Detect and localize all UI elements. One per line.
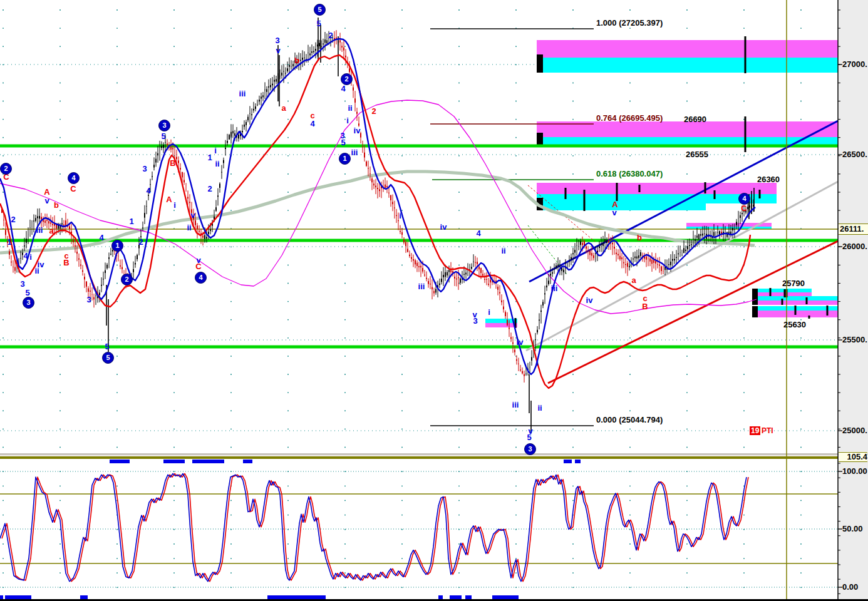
osc-axis-label-0: 0.00	[842, 583, 858, 591]
wave-label-blue: iv	[440, 223, 447, 231]
y-axis-label-25500: 25500.	[842, 336, 867, 344]
wave-label-blue: v	[190, 211, 195, 219]
wave-label-blue: 3	[142, 165, 147, 173]
osc-axis-label-50: 50.00	[842, 525, 863, 533]
wave-label-red: A	[166, 195, 172, 203]
wave-label-blue: 4	[23, 252, 28, 260]
zone-price-26360: 26360	[757, 175, 780, 183]
wave-label-blue: i	[29, 253, 32, 261]
wave-label-blue: 1	[7, 238, 11, 246]
wave-label-blue: iii	[36, 226, 43, 234]
wave-label-blue: ii	[348, 104, 352, 112]
y-axis-label-26000: 26000.	[842, 242, 867, 250]
wave-label-blue: 2	[328, 31, 333, 39]
zone-price-25790: 25790	[782, 279, 805, 287]
wave-label-blue: 5	[527, 433, 531, 441]
osc-top-band	[0, 456, 838, 459]
wave-label-blue: 5	[161, 132, 165, 140]
zone-price-26555: 26555	[686, 150, 708, 158]
chart-canvas[interactable]	[0, 0, 868, 601]
wave-label-circled: 1	[339, 153, 351, 165]
wave-label-blue: v	[276, 46, 280, 54]
wave-label-blue: ii	[187, 223, 191, 232]
wave-label-blue: iii	[351, 148, 358, 157]
wave-label-blue: iii	[239, 90, 246, 98]
wave-label-blue: 4	[476, 229, 480, 237]
wave-label-blue: 4	[310, 120, 314, 128]
wave-label-circled: 3	[158, 120, 170, 131]
price-axis-panel	[838, 0, 868, 601]
wave-label-red: a	[631, 276, 636, 284]
wave-label-red: b	[294, 56, 299, 64]
zone-price-25630: 25630	[783, 321, 806, 329]
fib-label-1000: 1.000 (27205.397)	[596, 19, 663, 27]
wave-label-blue: ii	[34, 267, 39, 275]
pti-value-badge: 19	[750, 426, 760, 435]
wave-label-blue: i	[214, 146, 217, 155]
fib-label-0618: 0.618 (26380.047)	[596, 170, 663, 178]
wave-label-red: B	[170, 159, 175, 167]
wave-label-circled: 3	[524, 443, 536, 455]
wave-label-red: B	[642, 302, 648, 311]
wave-label-blue: 4	[146, 187, 150, 195]
wave-label-blue: 2	[207, 185, 212, 193]
wave-label-blue: 1	[207, 153, 212, 162]
wave-label-red: 2	[371, 107, 376, 115]
wave-label-red: C	[70, 185, 76, 193]
wave-label-blue: 5	[316, 19, 321, 28]
wave-label-circled: 4	[195, 272, 207, 284]
wave-label-circled: 4	[738, 193, 750, 205]
wave-label-red: a	[49, 227, 53, 235]
wave-label-circled: 2	[341, 73, 353, 85]
wave-label-blue: 4	[341, 85, 345, 93]
wave-label-blue: 3	[473, 317, 477, 325]
wave-label-blue: 3	[20, 280, 24, 288]
wave-label-circled: 3	[23, 297, 34, 309]
chart-window: 523viii4iiiiv35iii214iivii35viii14235345…	[0, 0, 868, 601]
wave-label-circled: 5	[314, 4, 326, 16]
current-price-box: 26111.	[839, 223, 868, 235]
wave-label-blue: 2	[11, 215, 15, 223]
wave-label-blue: ii	[215, 160, 219, 168]
wave-label-blue: 4	[99, 234, 103, 242]
wave-label-blue: iii	[512, 401, 519, 409]
wave-label-circled: 4	[68, 172, 80, 184]
y-axis-label-27000: 27000.	[842, 60, 867, 68]
wave-label-red: C	[741, 204, 747, 212]
wave-label-blue: iii	[551, 284, 558, 292]
wave-label-red: c	[310, 111, 314, 120]
wave-label-circled: 5	[102, 352, 114, 364]
wave-label-blue: i	[536, 359, 539, 367]
osc-axis-label-100: 100.00	[842, 467, 867, 475]
y-axis-label-26500: 26500.	[842, 150, 867, 158]
wave-label-blue: iii	[418, 282, 425, 290]
wave-label-blue: v	[612, 208, 616, 217]
wave-label-red: a	[281, 104, 286, 112]
wave-label-blue: ii	[501, 247, 505, 255]
wave-label-blue: i	[488, 308, 490, 316]
wave-label-red: C	[195, 262, 201, 270]
osc-value-box: 105.4	[839, 452, 867, 462]
wave-label-blue: iv	[586, 296, 593, 304]
wave-label-blue: 3	[86, 295, 91, 304]
pti-label: PTI	[762, 427, 773, 434]
wave-label-blue: 3	[275, 36, 279, 44]
wave-label-blue: 1	[129, 217, 133, 225]
wave-label-blue: 5	[25, 289, 29, 297]
wave-label-red: B	[63, 259, 69, 267]
wave-label-circled: 1	[111, 240, 123, 252]
zone-price-26690: 26690	[684, 115, 706, 123]
wave-label-red: b	[54, 201, 59, 209]
wave-label-blue: ii	[537, 404, 542, 412]
fib-label-0764: 0.764 (26695.495)	[596, 114, 663, 122]
wave-label-blue: 5	[105, 342, 109, 351]
wave-label-blue: i	[173, 201, 176, 209]
wave-label-circled: 2	[121, 274, 133, 285]
wave-label-blue: 2	[138, 238, 143, 246]
wave-label-blue: v	[44, 197, 49, 205]
wave-label-red: b	[637, 234, 642, 242]
wave-label-red: A	[44, 188, 49, 196]
y-axis-label-25000: 25000.	[842, 426, 867, 434]
wave-label-blue: iv	[354, 126, 361, 135]
wave-label-blue: i	[346, 116, 349, 125]
